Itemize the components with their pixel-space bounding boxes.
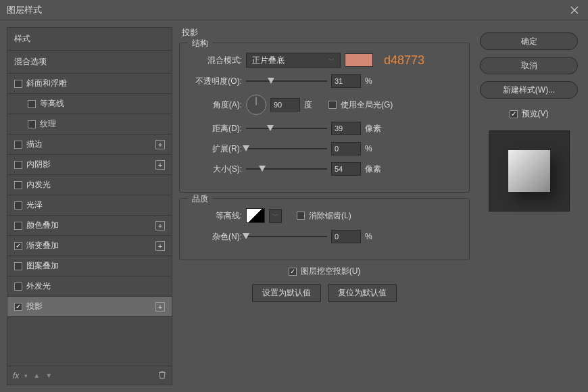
style-item-5[interactable]: 内发光 — [7, 175, 172, 195]
global-light-label: 使用全局光(G) — [341, 99, 393, 111]
style-item-7[interactable]: 颜色叠加+ — [7, 216, 172, 236]
size-slider[interactable] — [246, 164, 327, 174]
style-item-3[interactable]: 描边+ — [7, 134, 172, 155]
angle-field[interactable]: 90 — [270, 98, 300, 112]
arrow-up-icon[interactable]: ▲ — [33, 372, 40, 379]
styles-panel: 样式 混合选项 斜面和浮雕等高线纹理描边+内阴影+内发光光泽颜色叠加+渐变叠加+… — [7, 27, 172, 385]
styles-footer: fx ▾ ▲ ▼ — [7, 366, 172, 385]
chevron-down-icon: ﹀ — [328, 56, 335, 65]
blend-mode-select[interactable]: 正片叠底 ﹀ — [246, 53, 341, 68]
spread-unit: % — [365, 144, 385, 153]
angle-dial[interactable] — [246, 95, 266, 115]
size-label: 大小(S): — [188, 164, 242, 175]
window-title: 图层样式 — [7, 4, 568, 16]
distance-field[interactable]: 39 — [331, 122, 361, 135]
noise-label: 杂色(N): — [188, 231, 242, 243]
opacity-slider[interactable] — [246, 76, 327, 86]
opacity-unit: % — [365, 76, 385, 86]
spread-slider[interactable] — [246, 144, 327, 153]
add-instance-button[interactable]: + — [155, 160, 165, 170]
style-checkbox[interactable] — [14, 242, 22, 250]
style-label: 外发光 — [26, 280, 51, 292]
style-item-1[interactable]: 等高线 — [7, 94, 172, 114]
preview-box — [489, 130, 570, 212]
style-label: 光泽 — [26, 199, 43, 211]
style-list: 斜面和浮雕等高线纹理描边+内阴影+内发光光泽颜色叠加+渐变叠加+图案叠加外发光投… — [7, 74, 172, 366]
noise-field[interactable]: 0 — [331, 230, 361, 243]
style-item-2[interactable]: 纹理 — [7, 114, 172, 134]
preview-label: 预览(V) — [522, 108, 549, 120]
size-field[interactable]: 54 — [331, 162, 361, 176]
spread-field[interactable]: 0 — [331, 142, 361, 155]
styles-header[interactable]: 样式 — [7, 28, 172, 51]
distance-label: 距离(D): — [188, 123, 242, 134]
noise-unit: % — [365, 232, 385, 241]
style-checkbox[interactable] — [14, 283, 22, 291]
style-checkbox[interactable] — [14, 181, 22, 189]
add-instance-button[interactable]: + — [155, 221, 165, 230]
section-title: 投影 — [179, 27, 470, 39]
close-button[interactable] — [568, 3, 581, 17]
size-unit: 像素 — [365, 164, 385, 175]
style-item-11[interactable]: 投影+ — [7, 297, 172, 317]
style-label: 描边 — [26, 139, 43, 150]
angle-label: 角度(A): — [188, 99, 242, 111]
ok-button[interactable]: 确定 — [480, 32, 578, 50]
style-checkbox[interactable] — [14, 262, 22, 270]
close-icon — [570, 6, 579, 14]
style-label: 投影 — [26, 301, 43, 312]
style-checkbox[interactable] — [14, 161, 22, 169]
structure-group: 结构 混合模式: 正片叠底 ﹀ d48773 不透明度(O): 31 % 角度(… — [179, 43, 470, 193]
style-item-10[interactable]: 外发光 — [7, 276, 172, 297]
add-instance-button[interactable]: + — [155, 140, 165, 149]
noise-slider[interactable] — [246, 232, 327, 241]
style-item-6[interactable]: 光泽 — [7, 195, 172, 216]
knockout-checkbox[interactable] — [289, 268, 297, 276]
blend-options[interactable]: 混合选项 — [7, 51, 172, 74]
style-label: 内发光 — [26, 179, 51, 191]
angle-unit: 度 — [304, 99, 324, 111]
blend-mode-label: 混合模式: — [188, 55, 242, 66]
style-label: 内阴影 — [26, 159, 51, 170]
reset-default-button[interactable]: 复位为默认值 — [328, 284, 397, 302]
antialias-label: 消除锯齿(L) — [309, 210, 351, 222]
opacity-field[interactable]: 31 — [331, 74, 361, 88]
add-instance-button[interactable]: + — [155, 302, 165, 312]
style-label: 颜色叠加 — [26, 220, 59, 231]
style-checkbox[interactable] — [14, 141, 22, 149]
style-checkbox[interactable] — [14, 201, 22, 210]
make-default-button[interactable]: 设置为默认值 — [252, 284, 321, 302]
style-checkbox[interactable] — [14, 303, 22, 311]
style-checkbox[interactable] — [14, 222, 22, 230]
style-item-9[interactable]: 图案叠加 — [7, 256, 172, 276]
distance-unit: 像素 — [365, 123, 385, 134]
cancel-button[interactable]: 取消 — [480, 57, 578, 74]
style-label: 渐变叠加 — [26, 240, 59, 251]
global-light-checkbox[interactable] — [328, 101, 337, 109]
preview-checkbox[interactable] — [510, 110, 518, 118]
trash-icon[interactable] — [158, 370, 166, 381]
color-annotation: d48773 — [384, 53, 424, 68]
contour-label: 等高线: — [188, 210, 242, 222]
chevron-down-icon[interactable]: ﹀ — [269, 209, 282, 223]
style-checkbox[interactable] — [28, 100, 36, 108]
new-style-button[interactable]: 新建样式(W)... — [480, 81, 578, 99]
style-checkbox[interactable] — [28, 120, 36, 128]
preview-swatch — [508, 150, 550, 192]
arrow-down-icon[interactable]: ▼ — [45, 372, 52, 379]
fx-label[interactable]: fx — [13, 371, 19, 381]
quality-legend: 品质 — [188, 193, 212, 205]
style-item-0[interactable]: 斜面和浮雕 — [7, 74, 172, 94]
style-checkbox[interactable] — [14, 80, 22, 88]
spread-label: 扩展(R): — [188, 143, 242, 155]
distance-slider[interactable] — [246, 124, 327, 133]
settings-panel: 投影 结构 混合模式: 正片叠底 ﹀ d48773 不透明度(O): 31 % … — [179, 27, 470, 385]
antialias-checkbox[interactable] — [297, 212, 305, 220]
add-instance-button[interactable]: + — [155, 241, 165, 251]
shadow-color-swatch[interactable] — [345, 53, 373, 67]
chevron-down-icon[interactable]: ▾ — [24, 372, 28, 379]
style-item-8[interactable]: 渐变叠加+ — [7, 236, 172, 256]
style-item-4[interactable]: 内阴影+ — [7, 155, 172, 175]
contour-swatch[interactable] — [246, 208, 265, 223]
style-label: 斜面和浮雕 — [26, 78, 67, 89]
